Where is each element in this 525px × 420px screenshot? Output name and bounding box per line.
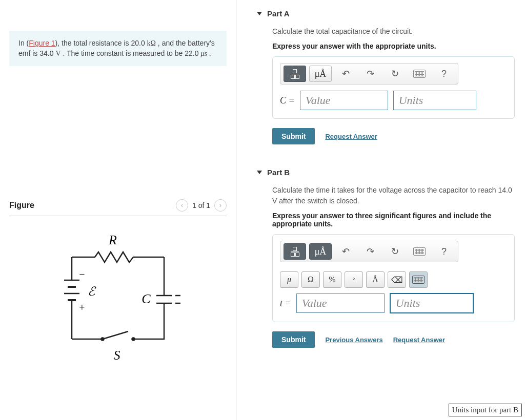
figure-nav: ‹ 1 of 1 › [176,199,227,212]
symbol-percent-button[interactable]: % [323,271,341,288]
part-a-submit-row: Submit Request Answer [272,128,515,144]
part-a-submit-button[interactable]: Submit [272,128,315,144]
help-icon[interactable]: ? [433,66,455,81]
reset-icon[interactable]: ↻ [384,66,406,81]
part-a-instruct: Express your answer with the appropriate… [272,42,515,50]
undo-icon[interactable]: ↶ [335,66,356,81]
chevron-down-icon [257,171,262,174]
units-tool-button[interactable]: μÅ [309,66,332,82]
part-b-submit-button[interactable]: Submit [272,331,315,348]
svg-text:ℰ: ℰ [88,285,96,298]
part-a-answer-line: C = Value Units [280,91,507,110]
symbol-angstrom-button[interactable]: Å [366,271,385,288]
symbol-omega-button[interactable]: Ω [301,271,320,288]
help-icon[interactable]: ? [433,244,455,259]
right-pane: Part A Calculate the total capacitance o… [236,0,525,420]
left-pane: In (Figure 1), the total resistance is 2… [0,0,236,420]
chevron-down-icon [257,12,262,15]
svg-text:S: S [114,348,120,363]
figure-link[interactable]: Figure 1 [29,39,55,47]
undo-icon[interactable]: ↶ [335,244,356,259]
part-a-header[interactable]: Part A [257,5,515,22]
part-a-body: Calculate the total capacitance of the c… [257,22,515,150]
circuit-diagram: R C S ℰ − + [51,226,185,370]
part-a-title: Part A [267,9,290,18]
svg-text:+: + [79,302,85,313]
symbol-backspace-button[interactable]: ⌫ [388,271,406,288]
part-b-toolbar: μÅ ↶ ↷ ↻ ? [280,241,458,262]
text: V [55,50,60,57]
symbol-keyboard-button[interactable] [409,271,428,288]
part-b-prompt: Calculate the time it takes for the volt… [272,185,515,206]
reset-icon[interactable]: ↻ [384,244,406,259]
keyboard-icon[interactable] [409,66,430,81]
figure-next-button[interactable]: › [214,199,227,212]
symbol-mu-button[interactable]: μ [280,271,298,288]
part-b-answer-line: t = Value Units [280,293,507,313]
var-label: C = [280,95,295,106]
fraction-tool-button[interactable] [284,243,306,260]
svg-text:−: − [79,268,85,280]
redo-icon[interactable]: ↷ [359,66,381,81]
figure-prev-button[interactable]: ‹ [176,199,188,212]
redo-icon[interactable]: ↷ [359,244,381,259]
units-tool-button[interactable]: μÅ [309,243,332,260]
svg-line-5 [103,331,128,339]
units-tooltip: Units input for part B [449,404,522,416]
text: ), the total resistance is 20.0 [55,39,147,47]
text: In ( [18,39,29,47]
svg-text:R: R [108,233,117,247]
part-b: Part B Calculate the time it takes for t… [257,164,515,353]
part-b-previous-answers-link[interactable]: Previous Answers [325,336,382,344]
symbol-degree-button[interactable]: ° [345,271,363,288]
text: kΩ [147,39,156,47]
part-b-symbol-row: μ Ω % ° Å ⌫ [280,271,507,288]
part-b-instruct: Express your answer to three significant… [272,212,515,228]
part-b-title: Part B [267,168,290,177]
part-a-prompt: Calculate the total capacitance of the c… [272,26,515,37]
part-b-request-answer-link[interactable]: Request Answer [393,336,445,344]
figure-counter: 1 of 1 [192,201,210,209]
svg-text:C: C [142,291,151,306]
text: μs [200,50,207,57]
text: . [207,49,211,57]
part-b-units-input[interactable]: Units [390,293,474,313]
var-label: t = [280,298,291,309]
figure-header: Figure ‹ 1 of 1 › [9,199,227,212]
keyboard-icon[interactable] [409,244,430,259]
fraction-tool-button[interactable] [284,66,306,82]
figure-title: Figure [9,201,34,210]
part-a-value-input[interactable]: Value [300,91,388,110]
part-b-value-input[interactable]: Value [296,293,385,313]
text: . The time constant is measured to be 22… [61,49,201,57]
part-a-request-answer-link[interactable]: Request Answer [325,133,377,140]
part-b-submit-row: Submit Previous Answers Request Answer [272,331,515,348]
part-b-header[interactable]: Part B [257,164,515,181]
problem-statement: In (Figure 1), the total resistance is 2… [9,31,227,66]
part-b-answer-frame: μÅ ↶ ↷ ↻ ? μ Ω % ° Å ⌫ [272,234,515,322]
divider [9,216,227,216]
part-a-answer-frame: μÅ ↶ ↷ ↻ ? C = Value Units [272,56,515,119]
part-a: Part A Calculate the total capacitance o… [257,5,515,150]
part-b-body: Calculate the time it takes for the volt… [257,181,515,353]
part-a-units-input[interactable]: Units [393,91,476,110]
part-a-toolbar: μÅ ↶ ↷ ↻ ? [280,63,458,85]
